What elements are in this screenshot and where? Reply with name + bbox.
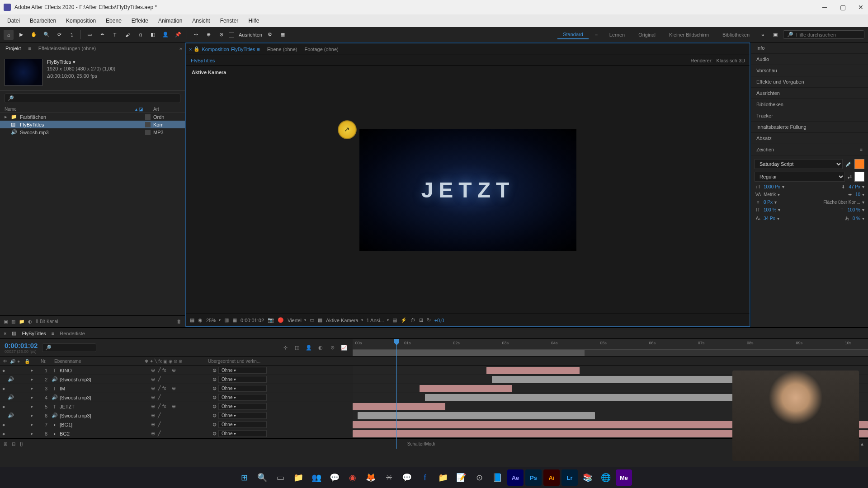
snap-options-icon[interactable]: ⚙ [265,30,275,40]
layer-name[interactable]: [Swoosh.mp3] [59,377,149,382]
project-search[interactable]: 🔎 [5,94,180,103]
font-size-value[interactable]: 1000 Px [764,184,780,189]
roi-icon[interactable]: ▭ [310,317,314,323]
world-axis-icon[interactable]: ⊕ [203,30,213,40]
app-icon-1[interactable]: ◉ [344,469,361,486]
baseline-value[interactable]: 34 Px [764,216,775,221]
lightroom-icon[interactable]: Lr [561,469,578,486]
layer-visibility-toggle[interactable]: ● [0,422,7,427]
toggle-in-out-icon[interactable]: {} [20,441,23,446]
messenger-icon[interactable]: 💬 [399,469,415,486]
selection-tool[interactable]: ▶ [16,30,26,40]
tab-close-icon[interactable]: × [189,47,192,52]
workspace-original[interactable]: Original [633,31,661,39]
parent-dropdown[interactable]: Ohne ▾ [218,430,267,437]
playhead[interactable] [396,339,397,449]
pickwhip-icon[interactable]: ⊚ [212,422,217,427]
snapshot-icon[interactable]: 📷 [268,317,274,323]
task-view-icon[interactable]: ▭ [272,469,288,486]
parent-dropdown[interactable]: Ohne ▾ [218,412,267,419]
layer-name[interactable]: IM [59,386,149,391]
app-icon-2[interactable]: ✳ [381,469,397,486]
switches-modes-label[interactable]: Schalter/Modi [407,441,435,446]
eraser-tool[interactable]: ◧ [148,30,158,40]
new-comp-icon[interactable]: ▨ [11,319,15,324]
trash-icon[interactable]: 🗑 [177,319,181,324]
menu-bearbeiten[interactable]: Bearbeiten [25,16,61,26]
menu-fenster[interactable]: Fenster [216,16,243,26]
layer-duration-bar[interactable] [358,412,594,419]
whatsapp-icon[interactable]: 💬 [326,469,343,486]
layer-twisty[interactable]: ▸ [29,394,35,400]
views-dropdown[interactable]: 1 Ansi... [367,318,389,323]
tab-footage[interactable]: Footage (ohne) [304,47,338,52]
shy-icon[interactable]: 👤 [305,344,313,352]
col-eye-icon[interactable]: 👁 [3,359,10,364]
notes-icon[interactable]: 📝 [453,469,469,486]
layer-duration-bar[interactable] [492,376,734,383]
menu-hilfe[interactable]: Hilfe [244,16,264,26]
panel-toggle-icon[interactable]: ▣ [770,30,780,40]
composition-canvas[interactable]: JETZT [359,129,576,251]
camera-dropdown[interactable]: Aktive Kamera [326,318,363,323]
lock-icon[interactable]: 🔒 [193,46,200,52]
illustrator-icon[interactable]: Ai [543,469,560,486]
comp-dropdown-icon[interactable]: ▾ [73,59,75,66]
tl-close-icon[interactable]: × [4,331,6,336]
hscale-value[interactable]: 100 % [848,207,860,212]
new-folder-icon[interactable]: 📁 [19,319,24,324]
panel-info[interactable]: Info [751,42,868,54]
hand-tool[interactable]: ✋ [29,30,39,40]
parent-dropdown[interactable]: Ohne ▾ [218,385,267,392]
tab-projekt[interactable]: Projekt [3,44,24,52]
stroke-value[interactable]: 0 Px [764,200,773,205]
layer-switches[interactable]: ⊕╱fx⊕ [149,385,212,391]
graph-editor-icon[interactable]: 📈 [340,344,348,352]
app-icon-4[interactable]: 🌐 [598,469,614,486]
layer-name[interactable]: [BG1] [59,422,149,427]
layer-switches[interactable]: ⊕╱ [149,431,212,436]
rect-tool[interactable]: ▭ [85,30,94,40]
layer-duration-bar[interactable] [353,403,445,410]
tl-tab-menu-icon[interactable]: ≡ [52,331,54,336]
home-tool[interactable]: ⌂ [4,30,14,40]
firefox-icon[interactable]: 🦊 [363,469,379,486]
workspace-more-icon[interactable]: » [758,30,768,40]
flowchart-icon[interactable]: ⊞ [419,317,423,323]
toggle-modes-icon[interactable]: ⊟ [12,441,15,446]
view-axis-icon[interactable]: ⊗ [216,30,226,40]
layer-twisty[interactable]: ▸ [29,376,35,382]
pickwhip-icon[interactable]: ⊚ [212,431,217,436]
font-family-select[interactable]: Saturday Script [755,159,843,169]
renderer-value[interactable]: Klassisch 3D [716,58,745,63]
layer-switches[interactable]: ⊕╱fx⊕ [149,404,212,409]
pickwhip-icon[interactable]: ⊚ [212,367,217,373]
current-timecode[interactable]: 0:00:01:02 [5,342,38,349]
panel-zeichen[interactable]: Zeichen ≡ [751,144,868,155]
puppet-tool[interactable]: 📌 [173,30,183,40]
help-search[interactable]: 🔎 [783,30,864,39]
panel-ausrichten[interactable]: Ausrichten [751,88,868,99]
orbit-tool[interactable]: ⟳ [54,30,64,40]
snap-grid-icon[interactable]: ▦ [278,30,288,40]
pixel-aspect-icon[interactable]: ▤ [392,317,397,323]
comp-mini-flow-icon[interactable]: ⊹ [281,344,289,352]
tab-komposition[interactable]: × 🔒 Komposition FlyByTitles ≡ [189,46,260,52]
zeichen-menu-icon[interactable]: ≡ [860,147,863,152]
explorer-icon[interactable]: 📁 [290,469,307,486]
layer-switches[interactable]: ⊕╱ [149,394,212,400]
workspace-bibliotheken[interactable]: Bibliotheken [717,31,755,39]
teams-icon[interactable]: 👥 [308,469,325,486]
timeline-search[interactable]: 🔎 [42,343,96,352]
parent-dropdown[interactable]: Ohne ▾ [218,394,267,401]
brush-tool[interactable]: 🖌 [123,30,132,40]
layer-audio-toggle[interactable]: 🔊 [7,394,14,400]
after-effects-icon[interactable]: Ae [507,469,524,486]
menu-ebene[interactable]: Ebene [101,16,126,26]
toggle-switches-icon[interactable]: ⊞ [4,441,7,446]
pickwhip-icon[interactable]: ⊚ [212,376,217,382]
layer-name[interactable]: [Swoosh.mp3] [59,395,149,400]
rotate-tool[interactable]: ⤵ [67,30,77,40]
maximize-button[interactable]: ▢ [839,4,846,11]
parent-dropdown[interactable]: Ohne ▾ [218,367,267,374]
